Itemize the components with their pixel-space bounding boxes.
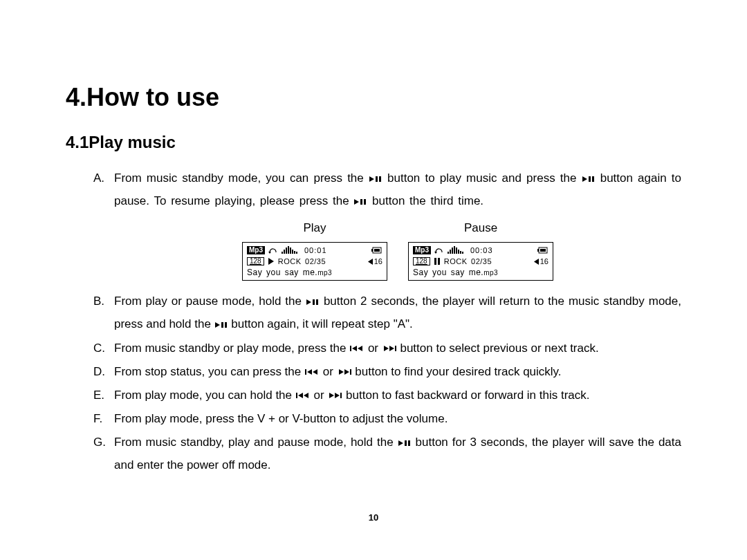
pause-icon bbox=[434, 258, 440, 265]
svg-marker-62 bbox=[398, 440, 403, 446]
lcd-pause-block: Pause Mp3 00:03 128 ROCK 02/35 bbox=[408, 217, 553, 281]
lcd-pause: Mp3 00:03 128 ROCK 02/35 bbox=[408, 242, 553, 281]
step-text: From play mode, press the V + or V-butto… bbox=[114, 412, 448, 425]
lcd-label: Play bbox=[242, 217, 387, 239]
svg-rect-28 bbox=[456, 248, 457, 254]
next-track-icon bbox=[328, 384, 342, 407]
track-meta: ROCK 02/35 bbox=[278, 258, 326, 265]
svg-marker-21 bbox=[268, 258, 274, 265]
svg-rect-56 bbox=[296, 393, 297, 398]
step-text: button the third time. bbox=[372, 194, 483, 207]
svg-marker-54 bbox=[344, 369, 349, 375]
play-pause-icon bbox=[215, 314, 228, 336]
play-pause-icon bbox=[306, 291, 319, 313]
step-text: From music standby, play and pause mode,… bbox=[114, 436, 398, 449]
svg-rect-35 bbox=[434, 258, 436, 265]
step-c: C. From music standby or play mode, pres… bbox=[93, 337, 681, 360]
section-heading: 4.1Play music bbox=[66, 133, 681, 152]
file-ext: mp3 bbox=[317, 269, 332, 277]
step-text: From play mode, you can hold the bbox=[114, 389, 295, 402]
svg-marker-38 bbox=[306, 299, 311, 305]
track-meta: ROCK 02/35 bbox=[444, 258, 492, 265]
step-text: From music standby mode, you can press t… bbox=[114, 171, 369, 185]
play-icon bbox=[268, 258, 274, 265]
svg-rect-1 bbox=[376, 176, 378, 182]
svg-rect-5 bbox=[592, 176, 594, 182]
prev-track-icon bbox=[305, 361, 319, 383]
step-letter: A. bbox=[93, 167, 104, 189]
play-pause-icon bbox=[582, 168, 595, 190]
svg-rect-34 bbox=[540, 249, 546, 252]
volume-value: 16 bbox=[540, 258, 548, 265]
steps-list: A. From music standby mode, you can pres… bbox=[66, 167, 681, 476]
svg-marker-9 bbox=[268, 252, 271, 254]
step-a: A. From music standby mode, you can pres… bbox=[93, 167, 681, 281]
svg-rect-33 bbox=[537, 249, 539, 252]
svg-rect-14 bbox=[290, 248, 291, 254]
svg-rect-44 bbox=[350, 346, 351, 351]
svg-rect-27 bbox=[454, 246, 455, 254]
svg-rect-11 bbox=[284, 250, 285, 254]
step-letter: C. bbox=[93, 337, 105, 360]
svg-rect-26 bbox=[452, 248, 453, 254]
svg-marker-48 bbox=[389, 346, 394, 351]
svg-rect-64 bbox=[408, 440, 410, 446]
filename-row: Say you say me.mp3 bbox=[247, 268, 382, 277]
step-text: From music standby or play mode, press t… bbox=[114, 342, 349, 355]
svg-rect-13 bbox=[288, 246, 289, 254]
svg-rect-12 bbox=[286, 248, 287, 254]
manual-page: 4.How to use 4.1Play music A. From music… bbox=[0, 0, 747, 560]
next-track-icon bbox=[338, 361, 351, 383]
repeat-icon bbox=[268, 246, 278, 254]
svg-marker-46 bbox=[358, 346, 362, 351]
prev-track-icon bbox=[350, 337, 364, 360]
bitrate-box: 128 bbox=[413, 257, 430, 265]
svg-marker-0 bbox=[369, 176, 374, 182]
svg-rect-42 bbox=[221, 322, 223, 328]
page-title: 4.How to use bbox=[66, 83, 681, 112]
svg-rect-15 bbox=[292, 250, 293, 254]
svg-rect-36 bbox=[438, 258, 440, 265]
svg-marker-59 bbox=[329, 393, 334, 398]
svg-rect-20 bbox=[374, 249, 380, 252]
step-text: button to select previous or next track. bbox=[400, 342, 598, 355]
step-text: button to play music and press the bbox=[387, 171, 582, 185]
svg-marker-6 bbox=[354, 199, 359, 205]
lcd-play: Mp3 00:01 128 ROCK 02/35 bbox=[242, 242, 387, 281]
svg-rect-43 bbox=[225, 322, 227, 328]
step-text: From stop status, you can press the bbox=[114, 365, 304, 378]
lcd-label: Pause bbox=[408, 217, 553, 239]
svg-rect-30 bbox=[460, 251, 461, 254]
step-text: or bbox=[368, 342, 382, 355]
filename: Say you say me. bbox=[247, 268, 317, 277]
step-g: G. From music standby, play and pause mo… bbox=[93, 431, 681, 476]
svg-marker-23 bbox=[434, 252, 437, 254]
svg-rect-4 bbox=[589, 176, 591, 182]
step-letter: D. bbox=[93, 361, 105, 383]
svg-rect-31 bbox=[462, 252, 463, 254]
svg-marker-57 bbox=[298, 393, 303, 398]
step-b: B. From play or pause mode, hold the but… bbox=[93, 290, 681, 336]
play-pause-icon bbox=[354, 191, 367, 213]
battery-icon bbox=[537, 247, 548, 254]
svg-marker-60 bbox=[335, 393, 340, 398]
elapsed-time: 00:03 bbox=[470, 247, 493, 254]
step-e: E. From play mode, you can hold the or b… bbox=[93, 384, 681, 407]
svg-rect-49 bbox=[395, 346, 396, 351]
svg-marker-47 bbox=[384, 346, 389, 351]
step-letter: E. bbox=[93, 384, 104, 407]
svg-rect-25 bbox=[450, 250, 451, 254]
step-letter: G. bbox=[93, 431, 106, 454]
svg-marker-45 bbox=[352, 346, 357, 351]
svg-marker-51 bbox=[307, 369, 312, 375]
battery-icon bbox=[371, 247, 382, 254]
step-d: D. From stop status, you can press the o… bbox=[93, 361, 681, 383]
lcd-screenshots-row: Play Mp3 00:01 128 ROCK 02/35 bbox=[114, 217, 681, 281]
svg-rect-50 bbox=[305, 369, 306, 375]
svg-rect-61 bbox=[340, 393, 342, 398]
svg-marker-41 bbox=[215, 322, 220, 328]
step-text: button to find your desired track quickl… bbox=[355, 365, 561, 378]
play-pause-icon bbox=[369, 168, 382, 190]
svg-rect-10 bbox=[282, 252, 283, 254]
page-number: 10 bbox=[0, 512, 747, 523]
